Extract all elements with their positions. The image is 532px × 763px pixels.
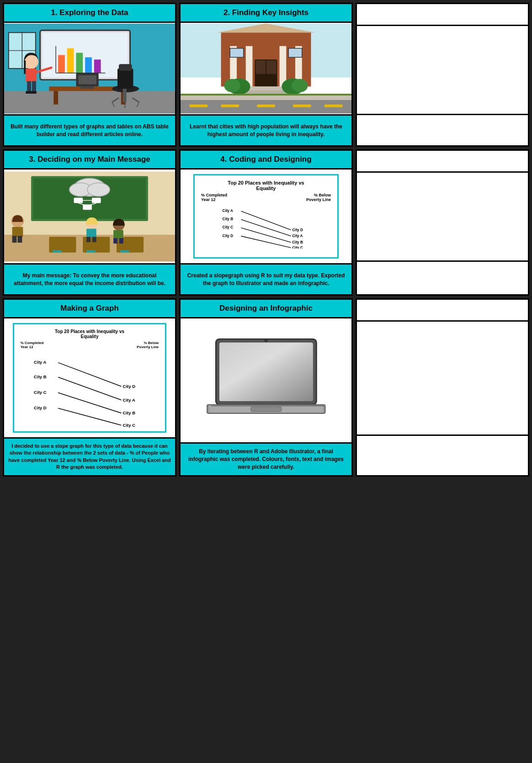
city-c-right-5: City C [122, 423, 135, 428]
city-b-left-5: City B [34, 374, 47, 379]
panel-coding-designing-caption: Created a slopegraph using R to suit my … [181, 265, 351, 294]
svg-rect-72 [83, 204, 92, 210]
panel-blank-1-image [357, 26, 528, 115]
svg-rect-30 [24, 60, 26, 74]
svg-point-69 [87, 183, 110, 196]
svg-rect-80 [53, 250, 62, 252]
panel-coding-designing: 4. Coding and Designing Top 20 Places wi… [179, 149, 353, 296]
street-scene [181, 23, 351, 114]
panel-designing-infographic-header: Designing an Infographic [181, 300, 351, 318]
svg-rect-31 [26, 69, 37, 82]
panel-blank-2-header [357, 151, 528, 173]
svg-rect-82 [120, 250, 129, 252]
svg-rect-48 [288, 48, 302, 58]
panel-blank-2-image [357, 173, 528, 262]
panel-making-graph-header: Making a Graph [4, 300, 175, 318]
panel-finding-insights-image [181, 23, 351, 116]
city-a-left-5: City A [34, 360, 46, 365]
svg-line-96 [241, 219, 291, 236]
panel-designing-infographic-image [181, 318, 351, 444]
panel-finding-insights: 2. Finding Key Insights [179, 3, 353, 147]
city-c-left-5: City C [34, 390, 47, 395]
svg-line-98 [241, 236, 291, 248]
svg-rect-19 [80, 86, 94, 89]
city-d-left-4: City D [223, 234, 234, 238]
panel-main-message-header: 3. Deciding on my Main Message [4, 151, 175, 170]
graph-left-label-4: % CompletedYear 12 [201, 193, 227, 202]
svg-rect-1 [4, 91, 175, 113]
svg-line-97 [241, 228, 291, 243]
graph-labels-4: % CompletedYear 12 % BelowPoverty Line [201, 193, 331, 202]
classroom-scene [4, 171, 175, 262]
svg-rect-60 [293, 105, 311, 107]
slope-graph-svg-4: City A City D City B City A City C City … [201, 203, 331, 249]
svg-rect-77 [49, 237, 76, 252]
graph-right-label-5: % BelowPoverty Line [137, 341, 159, 349]
svg-rect-81 [86, 250, 96, 252]
svg-rect-11 [94, 59, 101, 73]
laptop-scene-svg [189, 330, 343, 431]
svg-rect-106 [219, 342, 313, 401]
svg-rect-92 [113, 230, 123, 239]
graph-title-4: Top 20 Places with Inequality vsEquality [201, 180, 331, 191]
svg-rect-23 [123, 89, 127, 102]
svg-rect-84 [12, 227, 23, 237]
panel-exploring-data-header: 1. Exploring the Data [4, 4, 175, 23]
panel-blank-3-caption [357, 436, 528, 466]
svg-line-100 [58, 377, 121, 400]
panel-designing-infographic: Designing an Infographic [179, 298, 353, 477]
svg-rect-58 [221, 105, 239, 107]
panel-blank-2-caption [357, 262, 528, 291]
svg-rect-10 [85, 57, 92, 73]
svg-rect-94 [119, 238, 123, 244]
svg-rect-62 [181, 95, 351, 100]
panel-finding-insights-caption: Learnt that cities with high population … [181, 116, 351, 145]
svg-rect-111 [211, 404, 325, 406]
svg-rect-34 [32, 81, 36, 93]
city-c-right-4: City C [292, 246, 303, 249]
city-b-right-4: City B [292, 240, 303, 244]
svg-rect-49 [244, 86, 288, 90]
svg-line-102 [58, 408, 121, 425]
svg-rect-89 [86, 237, 90, 242]
svg-line-99 [58, 363, 121, 387]
city-d-left-5: City D [34, 405, 47, 410]
panel-making-graph: Making a Graph Top 20 Places with Inequa… [3, 298, 176, 477]
panel-blank-1-caption [357, 115, 528, 145]
panel-coding-designing-image: Top 20 Places with Inequality vsEquality… [181, 170, 351, 265]
svg-line-101 [58, 393, 121, 413]
slope-graph-svg-5: City A City D City B City A City C City … [21, 350, 159, 428]
svg-rect-46 [266, 60, 277, 74]
panel-main-message-image [4, 170, 175, 265]
graph-title-5: Top 20 Places with Inequality vsEquality [21, 329, 159, 339]
panel-finding-insights-header: 2. Finding Key Insights [181, 4, 351, 23]
svg-rect-45 [255, 60, 266, 74]
svg-rect-88 [86, 228, 96, 238]
svg-rect-85 [12, 236, 17, 243]
panel-main-message-caption: My main message: To convey the more educ… [4, 265, 175, 294]
panel-blank-1-header [357, 4, 528, 26]
svg-rect-59 [257, 105, 275, 107]
city-d-right-5: City D [122, 384, 135, 389]
city-d-right-4: City D [292, 228, 303, 232]
svg-rect-33 [27, 81, 31, 93]
svg-rect-110 [251, 407, 282, 412]
svg-rect-36 [31, 91, 37, 94]
svg-rect-9 [76, 53, 83, 73]
svg-rect-90 [92, 237, 96, 242]
svg-rect-86 [18, 236, 22, 243]
city-b-right-5: City B [122, 410, 135, 415]
panel-blank-1 [356, 3, 529, 147]
graph-right-label-4: % BelowPoverty Line [306, 193, 331, 202]
graph-labels-5: % CompletedYear 12 % BelowPoverty Line [21, 341, 159, 349]
panel-blank-3-header [357, 300, 528, 322]
panel-exploring-data: 1. Exploring the Data [3, 3, 176, 147]
panel-designing-infographic-caption: By iterating between R and Adobe Illustr… [181, 444, 351, 475]
city-a-right-4: City A [292, 234, 303, 238]
svg-point-54 [292, 79, 308, 93]
svg-rect-57 [190, 105, 207, 107]
panel-exploring-data-caption: Built many different types of graphs and… [4, 116, 175, 145]
row-2: 3. Deciding on my Main Message [3, 149, 529, 296]
main-layout: 1. Exploring the Data [0, 0, 532, 479]
svg-rect-15 [53, 91, 58, 105]
